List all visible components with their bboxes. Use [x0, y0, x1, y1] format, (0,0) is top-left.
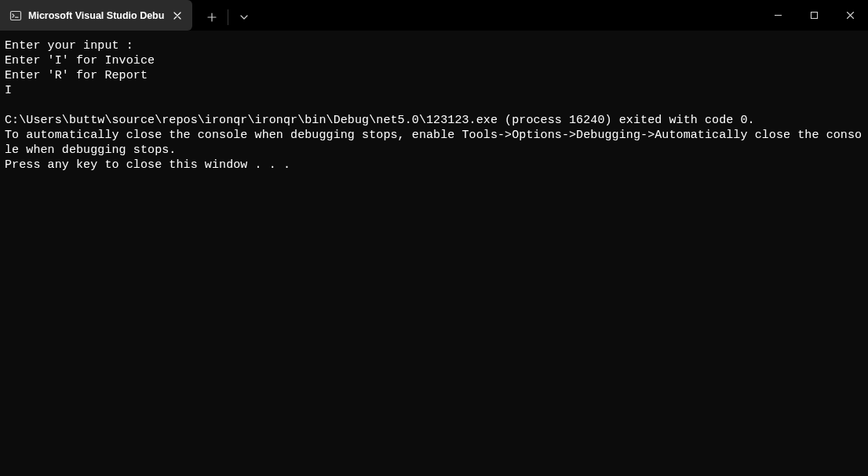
tab-region: Microsoft Visual Studio Debug Console — [0, 0, 760, 31]
tab-active[interactable]: Microsoft Visual Studio Debug Console — [0, 0, 192, 31]
tab-close-button[interactable] — [170, 9, 184, 23]
console-line: I — [5, 83, 863, 98]
minimize-button[interactable] — [760, 0, 796, 31]
maximize-button[interactable] — [796, 0, 832, 31]
console-line: Press any key to close this window . . . — [5, 158, 863, 173]
svg-rect-3 — [811, 13, 817, 19]
console-line: Enter 'R' for Report — [5, 68, 863, 83]
new-tab-button[interactable] — [200, 5, 224, 29]
console-line: C:\Users\buttw\source\repos\ironqr\ironq… — [5, 113, 863, 128]
tab-separator — [228, 9, 228, 25]
svg-rect-0 — [11, 11, 21, 20]
console-line: To automatically close the console when … — [5, 128, 863, 158]
tab-title: Microsoft Visual Studio Debug Console — [28, 10, 164, 21]
console-icon — [9, 9, 22, 22]
console-line — [5, 98, 863, 113]
tab-actions — [192, 0, 256, 31]
titlebar: Microsoft Visual Studio Debug Console — [0, 0, 868, 31]
tab-dropdown-button[interactable] — [232, 5, 256, 29]
console-line: Enter 'I' for Invoice — [5, 53, 863, 68]
console-line: Enter your input : — [5, 38, 863, 53]
window-controls — [760, 0, 868, 31]
close-button[interactable] — [832, 0, 868, 31]
terminal-output[interactable]: Enter your input :Enter 'I' for InvoiceE… — [0, 31, 868, 177]
